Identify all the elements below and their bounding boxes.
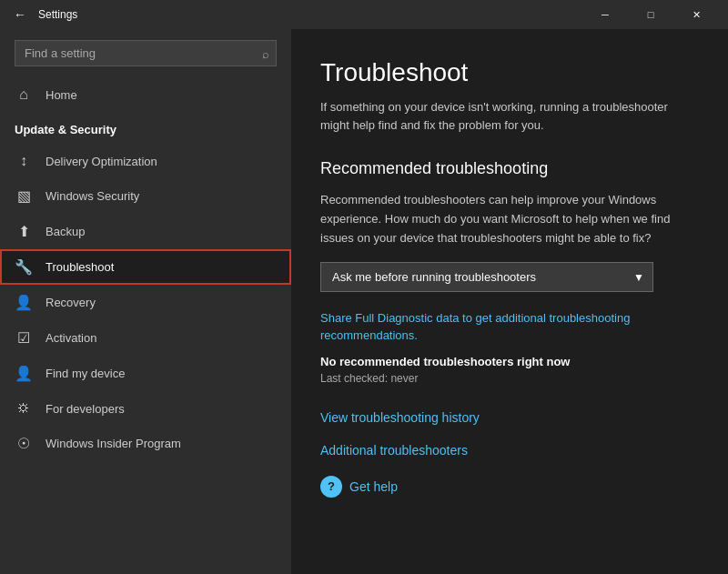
recovery-icon: 👤 [15,294,33,311]
sidebar: ⌕ ⌂ Home Update & Security ↕ Delivery Op… [0,29,291,574]
sidebar-label-backup: Backup [46,225,85,238]
developer-icon: ⛭ [15,400,33,417]
sidebar-item-home[interactable]: ⌂ Home [0,77,291,112]
sidebar-item-windows-security[interactable]: ▧ Windows Security [0,178,291,214]
get-help-label: Get help [349,479,398,494]
sidebar-label-windows-security: Windows Security [46,189,139,203]
sidebar-item-windows-insider[interactable]: ☉ Windows Insider Program [0,426,291,461]
sidebar-label-activation: Activation [46,331,96,345]
sidebar-item-delivery-optimization[interactable]: ↕ Delivery Optimization [0,144,291,178]
get-help-icon: ? [320,476,342,498]
sidebar-item-backup[interactable]: ⬆ Backup [0,214,291,249]
home-icon: ⌂ [15,86,33,103]
minimize-button[interactable]: ─ [584,0,626,29]
troubleshooter-dropdown[interactable]: Ask me before running troubleshooters Ru… [320,262,653,292]
main-layout: ⌕ ⌂ Home Update & Security ↕ Delivery Op… [0,29,728,574]
last-checked-text: Last checked: never [320,372,699,385]
shield-icon: ▧ [15,187,33,205]
search-container: ⌕ [15,40,277,66]
page-description: If something on your device isn't workin… [320,98,699,134]
title-bar: ← Settings ─ □ ✕ [0,0,728,29]
find-icon: 👤 [15,365,33,382]
close-button[interactable]: ✕ [675,0,717,29]
sidebar-label-find-my-device: Find my device [46,367,125,380]
sidebar-label-troubleshoot: Troubleshoot [46,260,114,274]
sidebar-label-windows-insider: Windows Insider Program [46,437,181,450]
sidebar-label-recovery: Recovery [46,296,96,309]
troubleshooter-dropdown-container: Ask me before running troubleshooters Ru… [320,262,699,292]
sidebar-item-for-developers[interactable]: ⛭ For developers [0,391,291,426]
diagnostic-link[interactable]: Share Full Diagnostic data to get additi… [320,310,666,343]
sidebar-item-recovery[interactable]: 👤 Recovery [0,285,291,320]
back-button[interactable]: ← [11,5,29,24]
sidebar-label-home: Home [46,88,77,102]
maximize-button[interactable]: □ [630,0,672,29]
recommended-description: Recommended troubleshooters can help imp… [320,191,699,247]
wrench-icon: 🔧 [15,258,33,276]
activation-icon: ☑ [15,329,33,347]
view-history-link[interactable]: View troubleshooting history [320,410,699,425]
sidebar-item-troubleshoot[interactable]: 🔧 Troubleshoot [0,249,291,285]
no-troubleshooters-text: No recommended troubleshooters right now [320,355,699,368]
sidebar-label-for-developers: For developers [46,402,125,416]
page-title: Troubleshoot [320,58,699,87]
backup-icon: ⬆ [15,223,33,240]
search-input[interactable] [15,40,277,66]
sidebar-item-activation[interactable]: ☑ Activation [0,320,291,356]
search-icon: ⌕ [262,46,269,60]
window-controls: ─ □ ✕ [584,0,717,29]
dropdown-wrapper: Ask me before running troubleshooters Ru… [320,262,653,292]
title-bar-title: Settings [38,8,77,21]
recommended-heading: Recommended troubleshooting [320,159,699,178]
sidebar-item-find-my-device[interactable]: 👤 Find my device [0,356,291,391]
additional-troubleshooters-link[interactable]: Additional troubleshooters [320,443,699,458]
content-area: Troubleshoot If something on your device… [291,29,728,574]
sidebar-label-delivery: Delivery Optimization [46,155,157,168]
insider-icon: ☉ [15,435,33,452]
sidebar-section-title: Update & Security [0,116,291,144]
get-help-row[interactable]: ? Get help [320,476,699,498]
delivery-icon: ↕ [15,153,33,169]
